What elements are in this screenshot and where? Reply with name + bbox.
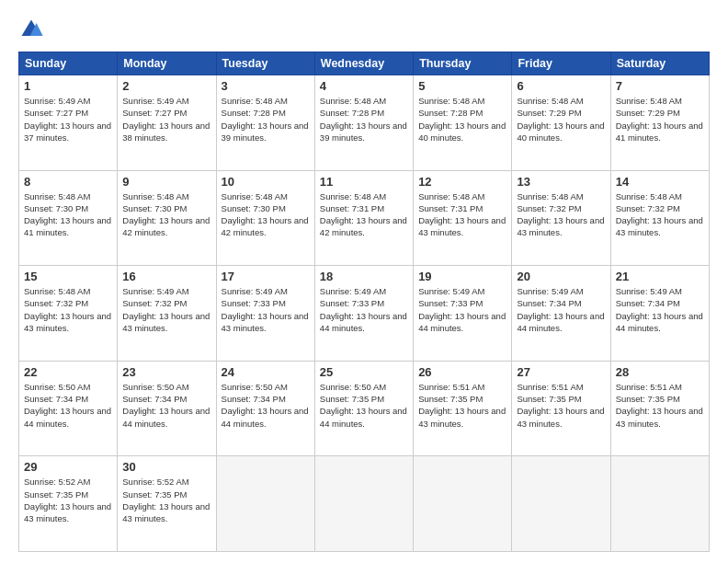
- calendar-cell: 8 Sunrise: 5:48 AMSunset: 7:30 PMDayligh…: [19, 170, 118, 266]
- col-header-tuesday: Tuesday: [216, 52, 314, 75]
- calendar-cell: [414, 456, 512, 552]
- page: SundayMondayTuesdayWednesdayThursdayFrid…: [0, 0, 728, 563]
- calendar-cell: 3 Sunrise: 5:48 AMSunset: 7:28 PMDayligh…: [216, 75, 314, 171]
- day-info: Sunrise: 5:50 AMSunset: 7:34 PMDaylight:…: [24, 382, 111, 429]
- day-number: 19: [418, 270, 506, 283]
- day-info: Sunrise: 5:48 AMSunset: 7:30 PMDaylight:…: [122, 191, 210, 238]
- calendar-cell: [610, 456, 709, 552]
- calendar-cell: 27 Sunrise: 5:51 AMSunset: 7:35 PMDaylig…: [512, 361, 610, 456]
- day-info: Sunrise: 5:48 AMSunset: 7:28 PMDaylight:…: [320, 96, 407, 143]
- day-info: Sunrise: 5:51 AMSunset: 7:35 PMDaylight:…: [517, 382, 604, 429]
- day-number: 17: [222, 270, 310, 283]
- day-number: 14: [616, 175, 704, 189]
- day-number: 4: [320, 79, 408, 93]
- day-number: 12: [418, 175, 506, 189]
- calendar-header-row: SundayMondayTuesdayWednesdayThursdayFrid…: [19, 52, 710, 75]
- calendar-cell: 11 Sunrise: 5:48 AMSunset: 7:31 PMDaylig…: [314, 170, 413, 266]
- day-number: 10: [222, 175, 310, 189]
- calendar-row-4: 29 Sunrise: 5:52 AMSunset: 7:35 PMDaylig…: [19, 456, 710, 552]
- day-info: Sunrise: 5:48 AMSunset: 7:31 PMDaylight:…: [418, 191, 506, 238]
- day-number: 8: [24, 175, 112, 189]
- calendar-cell: [512, 456, 610, 552]
- day-info: Sunrise: 5:49 AMSunset: 7:32 PMDaylight:…: [122, 286, 210, 333]
- day-info: Sunrise: 5:48 AMSunset: 7:29 PMDaylight:…: [616, 96, 703, 143]
- calendar-row-1: 8 Sunrise: 5:48 AMSunset: 7:30 PMDayligh…: [19, 170, 710, 266]
- day-number: 27: [517, 365, 605, 379]
- calendar-cell: 29 Sunrise: 5:52 AMSunset: 7:35 PMDaylig…: [19, 456, 118, 552]
- day-number: 7: [616, 79, 704, 93]
- calendar-cell: 12 Sunrise: 5:48 AMSunset: 7:31 PMDaylig…: [414, 170, 512, 266]
- day-number: 15: [24, 270, 112, 283]
- calendar-cell: 20 Sunrise: 5:49 AMSunset: 7:34 PMDaylig…: [512, 266, 610, 362]
- day-number: 13: [517, 175, 605, 189]
- day-number: 6: [517, 79, 605, 93]
- calendar-cell: 19 Sunrise: 5:49 AMSunset: 7:33 PMDaylig…: [414, 266, 512, 362]
- calendar-cell: 15 Sunrise: 5:48 AMSunset: 7:32 PMDaylig…: [19, 266, 118, 362]
- calendar-cell: 22 Sunrise: 5:50 AMSunset: 7:34 PMDaylig…: [19, 361, 118, 456]
- header: [18, 17, 710, 42]
- day-info: Sunrise: 5:48 AMSunset: 7:32 PMDaylight:…: [24, 286, 111, 333]
- day-number: 11: [320, 175, 408, 189]
- day-info: Sunrise: 5:49 AMSunset: 7:33 PMDaylight:…: [222, 286, 309, 333]
- logo-icon: [18, 17, 44, 42]
- calendar-row-2: 15 Sunrise: 5:48 AMSunset: 7:32 PMDaylig…: [19, 266, 710, 362]
- calendar-cell: 10 Sunrise: 5:48 AMSunset: 7:30 PMDaylig…: [216, 170, 314, 266]
- day-number: 25: [320, 365, 408, 379]
- day-info: Sunrise: 5:48 AMSunset: 7:30 PMDaylight:…: [222, 191, 309, 238]
- calendar-cell: 16 Sunrise: 5:49 AMSunset: 7:32 PMDaylig…: [118, 266, 216, 362]
- day-number: 16: [122, 270, 210, 283]
- calendar-cell: 26 Sunrise: 5:51 AMSunset: 7:35 PMDaylig…: [414, 361, 512, 456]
- col-header-friday: Friday: [512, 52, 610, 75]
- day-number: 9: [122, 175, 210, 189]
- day-info: Sunrise: 5:48 AMSunset: 7:32 PMDaylight:…: [517, 191, 604, 238]
- day-info: Sunrise: 5:51 AMSunset: 7:35 PMDaylight:…: [616, 382, 703, 429]
- calendar-cell: 7 Sunrise: 5:48 AMSunset: 7:29 PMDayligh…: [610, 75, 709, 171]
- day-number: 23: [122, 365, 210, 379]
- calendar: SundayMondayTuesdayWednesdayThursdayFrid…: [18, 52, 710, 552]
- day-info: Sunrise: 5:52 AMSunset: 7:35 PMDaylight:…: [24, 477, 111, 523]
- day-info: Sunrise: 5:49 AMSunset: 7:33 PMDaylight:…: [418, 286, 506, 333]
- day-info: Sunrise: 5:49 AMSunset: 7:27 PMDaylight:…: [122, 96, 210, 143]
- day-info: Sunrise: 5:48 AMSunset: 7:31 PMDaylight:…: [320, 191, 407, 238]
- calendar-cell: 21 Sunrise: 5:49 AMSunset: 7:34 PMDaylig…: [610, 266, 709, 362]
- calendar-cell: 2 Sunrise: 5:49 AMSunset: 7:27 PMDayligh…: [118, 75, 216, 171]
- day-number: 1: [24, 79, 112, 93]
- day-number: 24: [222, 365, 310, 379]
- day-info: Sunrise: 5:48 AMSunset: 7:28 PMDaylight:…: [418, 96, 506, 143]
- day-number: 18: [320, 270, 408, 283]
- calendar-row-3: 22 Sunrise: 5:50 AMSunset: 7:34 PMDaylig…: [19, 361, 710, 456]
- day-info: Sunrise: 5:48 AMSunset: 7:29 PMDaylight:…: [517, 96, 604, 143]
- day-info: Sunrise: 5:49 AMSunset: 7:34 PMDaylight:…: [517, 286, 604, 333]
- day-info: Sunrise: 5:49 AMSunset: 7:33 PMDaylight:…: [320, 286, 407, 333]
- calendar-cell: 25 Sunrise: 5:50 AMSunset: 7:35 PMDaylig…: [314, 361, 413, 456]
- day-info: Sunrise: 5:51 AMSunset: 7:35 PMDaylight:…: [418, 382, 506, 429]
- calendar-cell: [314, 456, 413, 552]
- day-number: 30: [122, 460, 210, 474]
- calendar-cell: 4 Sunrise: 5:48 AMSunset: 7:28 PMDayligh…: [314, 75, 413, 171]
- col-header-saturday: Saturday: [610, 52, 709, 75]
- day-info: Sunrise: 5:48 AMSunset: 7:32 PMDaylight:…: [616, 191, 703, 238]
- calendar-cell: 30 Sunrise: 5:52 AMSunset: 7:35 PMDaylig…: [118, 456, 216, 552]
- day-info: Sunrise: 5:50 AMSunset: 7:34 PMDaylight:…: [222, 382, 309, 429]
- calendar-cell: 14 Sunrise: 5:48 AMSunset: 7:32 PMDaylig…: [610, 170, 709, 266]
- day-info: Sunrise: 5:52 AMSunset: 7:35 PMDaylight:…: [122, 477, 210, 523]
- day-number: 22: [24, 365, 112, 379]
- col-header-sunday: Sunday: [19, 52, 118, 75]
- day-info: Sunrise: 5:50 AMSunset: 7:34 PMDaylight:…: [122, 382, 210, 429]
- calendar-cell: 28 Sunrise: 5:51 AMSunset: 7:35 PMDaylig…: [610, 361, 709, 456]
- day-info: Sunrise: 5:48 AMSunset: 7:30 PMDaylight:…: [24, 191, 111, 238]
- col-header-wednesday: Wednesday: [314, 52, 413, 75]
- day-number: 28: [616, 365, 704, 379]
- day-number: 21: [616, 270, 704, 283]
- calendar-cell: 6 Sunrise: 5:48 AMSunset: 7:29 PMDayligh…: [512, 75, 610, 171]
- col-header-monday: Monday: [118, 52, 216, 75]
- day-number: 20: [517, 270, 605, 283]
- calendar-cell: 1 Sunrise: 5:49 AMSunset: 7:27 PMDayligh…: [19, 75, 118, 171]
- day-info: Sunrise: 5:50 AMSunset: 7:35 PMDaylight:…: [320, 382, 407, 429]
- calendar-cell: 5 Sunrise: 5:48 AMSunset: 7:28 PMDayligh…: [414, 75, 512, 171]
- day-info: Sunrise: 5:48 AMSunset: 7:28 PMDaylight:…: [222, 96, 309, 143]
- calendar-cell: 9 Sunrise: 5:48 AMSunset: 7:30 PMDayligh…: [118, 170, 216, 266]
- calendar-row-0: 1 Sunrise: 5:49 AMSunset: 7:27 PMDayligh…: [19, 75, 710, 171]
- day-number: 2: [122, 79, 210, 93]
- calendar-cell: 24 Sunrise: 5:50 AMSunset: 7:34 PMDaylig…: [216, 361, 314, 456]
